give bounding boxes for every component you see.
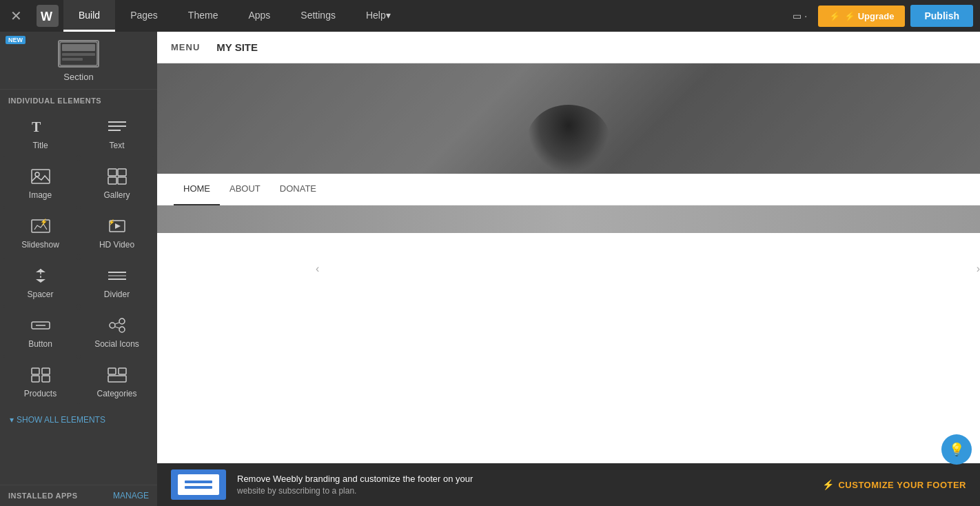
hd-video-label: HD Video <box>99 240 134 250</box>
chevron-down-icon: ▾ <box>10 415 14 425</box>
image-icon <box>28 167 53 186</box>
svg-rect-15 <box>118 177 126 184</box>
tab-theme[interactable]: Theme <box>173 0 234 32</box>
cta-lightning-icon: ⚡ <box>822 479 835 490</box>
svg-marker-22 <box>36 269 45 272</box>
close-icon: ✕ <box>10 8 22 24</box>
footer-banner-cta-button[interactable]: ⚡ CUSTOMIZE YOUR FOOTER <box>822 479 966 490</box>
sidebar-item-spacer[interactable]: Spacer <box>3 258 78 306</box>
footer-banner-img-line <box>185 480 212 483</box>
footer-banner: Remove Weebly branding and customize the… <box>157 463 980 506</box>
show-all-label: SHOW ALL ELEMENTS <box>17 415 105 425</box>
site-title: MY SITE <box>216 41 966 53</box>
categories-icon <box>105 365 130 385</box>
help-button[interactable]: 💡 <box>941 434 972 465</box>
tab-help[interactable]: Help ▾ <box>351 0 406 32</box>
footer-banner-img-line-2 <box>185 486 212 489</box>
site-bottom-hero <box>157 205 980 233</box>
sidebar-item-categories[interactable]: Categories <box>79 357 154 405</box>
help-icon: 💡 <box>949 442 964 457</box>
site-tabs-bar: HOME ABOUT DONATE <box>157 174 980 205</box>
image-label: Image <box>29 190 52 200</box>
svg-line-33 <box>115 327 119 328</box>
title-icon: T <box>28 117 53 136</box>
svg-text:⚡: ⚡ <box>40 218 48 226</box>
site-tab-about[interactable]: ABOUT <box>220 174 270 205</box>
device-icon: ▭ · <box>793 10 807 21</box>
spacer-icon <box>28 266 53 285</box>
sidebar-item-text[interactable]: Text <box>79 109 154 157</box>
svg-text:T: T <box>32 119 41 134</box>
scroll-right-arrow[interactable]: › <box>977 263 980 275</box>
main-area: NEW Section INDIVIDUAL ELEMENTS T <box>0 32 980 506</box>
tab-build[interactable]: Build <box>63 0 115 32</box>
sidebar: NEW Section INDIVIDUAL ELEMENTS T <box>0 32 157 506</box>
products-label: Products <box>24 389 57 398</box>
device-toggle[interactable]: ▭ · <box>787 8 813 24</box>
tab-apps[interactable]: Apps <box>233 0 285 32</box>
lightning-icon: ⚡ <box>829 11 840 21</box>
sidebar-item-divider[interactable]: Divider <box>79 258 154 306</box>
sidebar-item-social-icons[interactable]: Social Icons <box>79 307 154 356</box>
upgrade-button[interactable]: ⚡ ⚡ Upgrade <box>818 6 905 27</box>
svg-rect-14 <box>108 177 116 184</box>
gallery-label: Gallery <box>103 190 130 200</box>
site-menu-label[interactable]: MENU <box>171 42 200 52</box>
show-all-elements-button[interactable]: ▾ SHOW ALL ELEMENTS <box>0 408 157 432</box>
canvas-area: MENU MY SITE HOME ABOUT DONATE <box>157 32 980 506</box>
close-button[interactable]: ✕ <box>0 0 32 32</box>
svg-rect-37 <box>42 376 50 382</box>
svg-rect-10 <box>32 170 50 183</box>
sidebar-item-title[interactable]: T Title <box>3 109 78 157</box>
scroll-left-arrow[interactable]: ‹ <box>316 263 319 275</box>
top-nav-right: ▭ · ⚡ ⚡ Upgrade Publish <box>787 5 980 27</box>
manage-link[interactable]: MANAGE <box>113 491 149 500</box>
sidebar-item-section[interactable]: NEW Section <box>0 32 157 90</box>
products-icon <box>28 365 53 385</box>
svg-rect-13 <box>118 169 126 176</box>
title-label: Title <box>32 141 48 150</box>
publish-button[interactable]: Publish <box>910 5 973 27</box>
svg-rect-12 <box>108 169 116 176</box>
tab-pages[interactable]: Pages <box>115 0 173 32</box>
social-icons-icon <box>105 316 130 335</box>
site-white-area <box>157 233 980 463</box>
button-icon <box>28 316 53 335</box>
svg-rect-36 <box>32 376 39 382</box>
spacer-label: Spacer <box>27 290 53 299</box>
svg-point-31 <box>119 327 125 332</box>
categories-label: Categories <box>96 389 136 398</box>
site-tab-donate[interactable]: DONATE <box>270 174 326 205</box>
svg-point-30 <box>119 318 125 324</box>
sidebar-item-slideshow[interactable]: ⚡ Slideshow <box>3 208 78 256</box>
site-hero-image <box>157 63 980 174</box>
section-label: Section <box>63 72 93 82</box>
site-tab-home[interactable]: HOME <box>174 174 220 205</box>
site-nav-bar: MENU MY SITE <box>157 32 980 63</box>
installed-apps-label: INSTALLED APPS <box>8 492 78 500</box>
weebly-logo-icon: W <box>37 5 59 27</box>
hero-figure <box>527 105 610 174</box>
elements-grid: T Title Text <box>0 109 157 405</box>
sidebar-item-products[interactable]: Products <box>3 357 78 405</box>
footer-banner-text: Remove Weebly branding and customize the… <box>237 474 811 496</box>
sidebar-item-button[interactable]: Button <box>3 307 78 356</box>
svg-marker-19 <box>115 223 121 229</box>
sidebar-item-image[interactable]: Image <box>3 159 78 207</box>
svg-rect-4 <box>62 53 95 56</box>
svg-line-32 <box>115 323 119 324</box>
footer-banner-title: Remove Weebly branding and customize the… <box>237 474 811 484</box>
sidebar-item-gallery[interactable]: Gallery <box>79 159 154 207</box>
footer-banner-cta-label: CUSTOMIZE YOUR FOOTER <box>838 480 966 490</box>
svg-rect-39 <box>119 368 126 374</box>
footer-banner-img-inner <box>178 474 219 495</box>
tab-settings[interactable]: Settings <box>285 0 351 32</box>
sidebar-item-hd-video[interactable]: ⚡ HD Video <box>79 208 154 256</box>
svg-rect-38 <box>108 368 116 374</box>
logo: W <box>32 0 63 32</box>
slideshow-label: Slideshow <box>21 240 59 250</box>
footer-banner-img-lines <box>185 480 212 489</box>
nav-tabs: Build Pages Theme Apps Settings Help ▾ <box>63 0 787 32</box>
new-badge: NEW <box>6 36 25 44</box>
social-icons-label: Social Icons <box>94 339 139 349</box>
